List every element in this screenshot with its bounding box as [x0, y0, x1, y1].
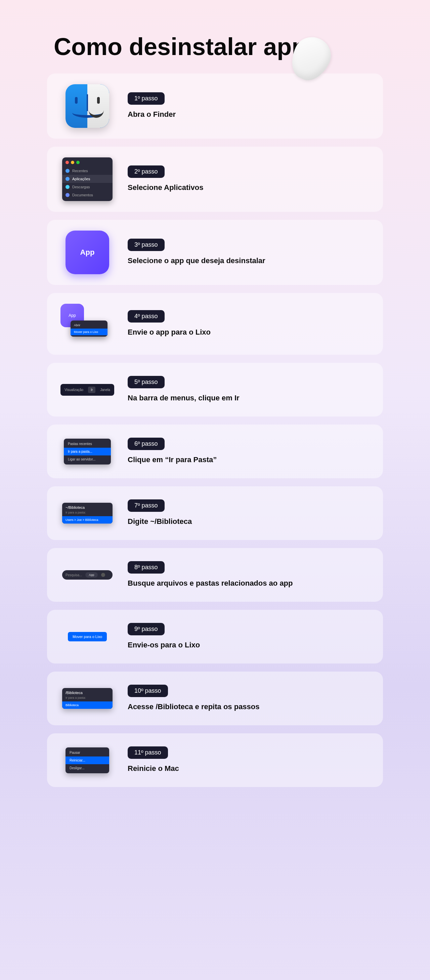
menubar-item: Janela: [100, 388, 110, 392]
step-card: Mover para o Lixo 9º passo Envie-os para…: [47, 610, 383, 663]
move-to-trash-button-illustration: Mover para o Lixo: [68, 632, 107, 641]
search-bar-illustration: Pesquisa... App: [62, 570, 112, 580]
traffic-lights-icon: [62, 161, 112, 167]
path-result: Biblioteca: [62, 702, 112, 709]
menubar-item: Ir: [88, 387, 95, 393]
step-content: 5º passo Na barra de menus, clique em Ir: [128, 376, 369, 403]
step-badge: 2º passo: [128, 165, 165, 178]
step-text: Envie-os para o Lixo: [128, 640, 369, 651]
step-text: Reinicie o Mac: [128, 764, 369, 774]
download-icon: [66, 185, 70, 189]
context-menu: Abrir Mover para o Lixo: [70, 320, 107, 337]
step-card: ~/Biblioteca Ir para a pasta: Users > Jo…: [47, 486, 383, 540]
step-badge: 1º passo: [128, 92, 165, 105]
step-badge: 9º passo: [128, 623, 165, 635]
path-input: ~/Biblioteca: [62, 506, 112, 511]
step-illustration: /Biblioteca Ir para a pasta: Biblioteca: [61, 688, 114, 709]
step-text: Na barra de menus, clique em Ir: [128, 393, 369, 403]
page-title: Como desinstalar apps: [54, 33, 323, 60]
go-to-folder-illustration: ~/Biblioteca Ir para a pasta: Users > Jo…: [62, 503, 112, 523]
step-content: 8º passo Busque arquivos e pastas relaci…: [128, 561, 369, 589]
finder-icon: [66, 84, 109, 128]
step-illustration: Recentes Aplicações Descargas Documentos: [61, 158, 114, 201]
step-card: Visualização Ir Janela 5º passo Na barra…: [47, 363, 383, 417]
path-result: Users > Joe > Biblioteca: [62, 516, 112, 523]
step-content: 4º passo Envie o app para o Lixo: [128, 310, 369, 337]
step-badge: 3º passo: [128, 239, 165, 251]
step-card: Pausar Reiniciar... Desligar... 11º pass…: [47, 733, 383, 787]
step-badge: 10º passo: [128, 685, 168, 697]
clock-icon: [66, 169, 70, 173]
step-content: 2º passo Selecione Aplicativos: [128, 165, 369, 193]
infographic-container: Como desinstalar apps 1º passo Abra o Fi…: [34, 13, 396, 967]
step-illustration: Visualização Ir Janela: [61, 384, 114, 396]
step-card: 1º passo Abra o Finder: [47, 73, 383, 138]
step-badge: 8º passo: [128, 561, 165, 574]
step-content: 9º passo Envie-os para o Lixo: [128, 623, 369, 651]
step-content: 10º passo Acesse /Biblioteca e repita os…: [128, 685, 369, 712]
step-text: Selecione Aplicativos: [128, 183, 369, 193]
menu-item: Ligar ao servidor...: [64, 455, 111, 463]
step-card: Pastas recentes Ir para a pasta... Ligar…: [47, 425, 383, 478]
step-content: 7º passo Digite ~/Biblioteca: [128, 500, 369, 527]
step-card: App 3º passo Selecione o app que deseja …: [47, 220, 383, 285]
sidebar-item: Recentes: [62, 167, 112, 175]
menu-item: Ir para a pasta...: [64, 448, 111, 455]
menu-item: Desligar...: [66, 764, 109, 772]
context-menu-illustration: App Abrir Mover para o Lixo: [61, 304, 114, 344]
clear-icon: [101, 573, 105, 577]
step-content: 1º passo Abra o Finder: [128, 92, 369, 120]
step-illustration: ~/Biblioteca Ir para a pasta: Users > Jo…: [61, 503, 114, 523]
power-menu-illustration: Pausar Reiniciar... Desligar...: [66, 748, 109, 773]
finder-sidebar-illustration: Recentes Aplicações Descargas Documentos: [62, 158, 112, 201]
step-illustration: Pastas recentes Ir para a pasta... Ligar…: [61, 439, 114, 465]
step-illustration: [61, 84, 114, 128]
step-illustration: App: [61, 231, 114, 274]
step-content: 11º passo Reinicie o Mac: [128, 746, 369, 774]
step-badge: 7º passo: [128, 500, 165, 512]
step-text: Envie o app para o Lixo: [128, 327, 369, 337]
step-text: Clique em “Ir para Pasta”: [128, 455, 369, 465]
sidebar-item: Aplicações: [62, 175, 112, 183]
dropdown-menu-illustration: Pastas recentes Ir para a pasta... Ligar…: [64, 439, 111, 465]
path-input: /Biblioteca: [62, 691, 112, 696]
step-text: Selecione o app que deseja desinstalar: [128, 256, 369, 266]
context-menu-item: Mover para o Lixo: [70, 329, 107, 335]
step-badge: 5º passo: [128, 376, 165, 388]
step-illustration: Pausar Reiniciar... Desligar...: [61, 748, 114, 773]
step-badge: 4º passo: [128, 310, 165, 323]
step-card: /Biblioteca Ir para a pasta: Biblioteca …: [47, 671, 383, 725]
apps-icon: [66, 177, 70, 181]
step-text: Abra o Finder: [128, 110, 369, 120]
menu-item: Pastas recentes: [64, 440, 111, 448]
step-text: Busque arquivos e pastas relacionados ao…: [128, 578, 369, 589]
step-card: App Abrir Mover para o Lixo 4º passo Env…: [47, 293, 383, 355]
step-illustration: App Abrir Mover para o Lixo: [61, 304, 114, 344]
go-to-folder-illustration: /Biblioteca Ir para a pasta: Biblioteca: [62, 688, 112, 709]
step-content: 6º passo Clique em “Ir para Pasta”: [128, 438, 369, 465]
step-illustration: Pesquisa... App: [61, 570, 114, 580]
search-chip: App: [85, 572, 98, 578]
document-icon: [66, 193, 70, 197]
app-icon: App: [66, 231, 109, 274]
menu-item: Pausar: [66, 749, 109, 756]
header: Como desinstalar apps: [34, 33, 396, 73]
steps-list: 1º passo Abra o Finder Recentes Aplicaçõ…: [34, 73, 396, 787]
step-badge: 6º passo: [128, 438, 165, 450]
context-menu-item: Abrir: [70, 322, 107, 329]
step-text: Digite ~/Biblioteca: [128, 517, 369, 527]
menu-item: Reiniciar...: [66, 756, 109, 764]
sidebar-item: Documentos: [62, 191, 112, 199]
path-label: Ir para a pasta:: [62, 511, 112, 516]
step-card: Pesquisa... App 8º passo Busque arquivos…: [47, 548, 383, 602]
step-card: Recentes Aplicações Descargas Documentos…: [47, 147, 383, 212]
menubar-illustration: Visualização Ir Janela: [61, 384, 114, 396]
sidebar-item: Descargas: [62, 183, 112, 191]
step-content: 3º passo Selecione o app que deseja desi…: [128, 239, 369, 266]
step-illustration: Mover para o Lixo: [61, 632, 114, 641]
search-placeholder: Pesquisa...: [66, 573, 82, 577]
step-badge: 11º passo: [128, 746, 168, 759]
menubar-item: Visualização: [64, 388, 83, 392]
path-label: Ir para a pasta:: [62, 696, 112, 702]
step-text: Acesse /Biblioteca e repita os passos: [128, 702, 369, 712]
